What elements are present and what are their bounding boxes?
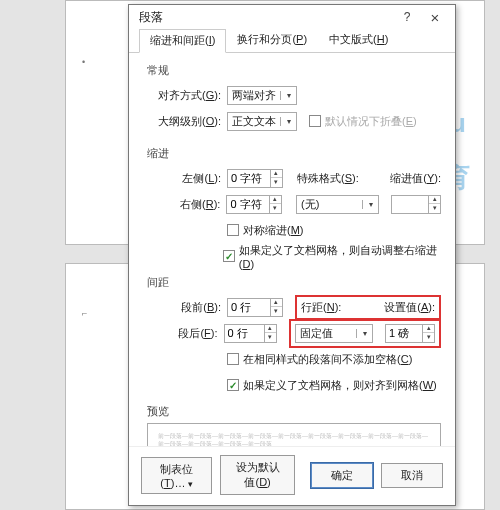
spin-up-icon[interactable]: ▴ <box>271 298 282 307</box>
ok-button[interactable]: 确定 <box>311 463 373 488</box>
indent-by-label: 缩进值(Y): <box>377 171 441 186</box>
spin-up-icon[interactable]: ▴ <box>270 195 281 204</box>
outline-label: 大纲级别(O): <box>147 114 221 129</box>
chevron-down-icon: ▾ <box>280 91 296 100</box>
space-before-spinner[interactable]: ▴▾ <box>227 298 283 317</box>
at-label: 设置值(A): <box>377 300 435 315</box>
close-button[interactable]: × <box>421 9 449 26</box>
tab-indent-spacing[interactable]: 缩进和间距(I) <box>139 29 226 53</box>
spin-down-icon[interactable]: ▾ <box>271 178 282 187</box>
line-spacing-label: 行距(N): <box>301 300 349 315</box>
paragraph-dialog: 段落 ? × 缩进和间距(I) 换行和分页(P) 中文版式(H) 常规 对齐方式… <box>128 4 456 506</box>
indent-by-spinner[interactable]: ▴▾ <box>391 195 441 214</box>
space-after-spinner[interactable]: ▴▾ <box>224 324 277 343</box>
spin-up-icon[interactable]: ▴ <box>423 324 434 333</box>
spin-up-icon[interactable]: ▴ <box>271 169 282 178</box>
preview-box: 前一段落—前一段落—前一段落—前一段落—前一段落—前一段落—前一段落—前一段落—… <box>147 423 441 446</box>
auto-adjust-right-indent-checkbox[interactable]: 如果定义了文档网格，则自动调整右缩进(D) <box>223 243 441 270</box>
titlebar: 段落 ? × <box>129 5 455 29</box>
chevron-down-icon: ▾ <box>356 329 372 338</box>
space-after-label: 段后(F): <box>147 326 218 341</box>
set-default-button[interactable]: 设为默认值(D) <box>220 455 295 495</box>
tab-strip: 缩进和间距(I) 换行和分页(P) 中文版式(H) <box>129 29 455 53</box>
tab-line-page-breaks[interactable]: 换行和分页(P) <box>226 28 318 52</box>
spin-up-icon[interactable]: ▴ <box>265 324 276 333</box>
indent-right-spinner[interactable]: ▴▾ <box>226 195 282 214</box>
tabs-button[interactable]: 制表位(T)… <box>141 457 212 494</box>
spin-down-icon[interactable]: ▾ <box>271 307 282 316</box>
chevron-down-icon: ▾ <box>362 200 378 209</box>
spin-down-icon[interactable]: ▾ <box>429 204 440 213</box>
cancel-button[interactable]: 取消 <box>381 463 443 488</box>
spin-down-icon[interactable]: ▾ <box>270 204 281 213</box>
at-spinner[interactable]: ▴▾ <box>385 324 435 343</box>
indent-left-label: 左侧(L): <box>147 171 221 186</box>
spin-down-icon[interactable]: ▾ <box>265 333 276 342</box>
help-button[interactable]: ? <box>393 10 421 24</box>
spin-up-icon[interactable]: ▴ <box>429 195 440 204</box>
section-preview: 预览 <box>147 404 441 419</box>
section-indent: 缩进 <box>147 146 441 161</box>
line-spacing-combo[interactable]: 固定值▾ <box>295 324 373 343</box>
line-spacing-highlight-row2: 固定值▾ ▴▾ <box>289 319 441 348</box>
alignment-label: 对齐方式(G): <box>147 88 221 103</box>
special-combo[interactable]: (无)▾ <box>296 195 379 214</box>
para-mark: • <box>82 57 85 67</box>
indent-left-spinner[interactable]: ▴▾ <box>227 169 283 188</box>
special-label: 特殊格式(S): <box>297 171 361 186</box>
collapse-checkbox: 默认情况下折叠(E) <box>309 114 417 129</box>
dialog-title: 段落 <box>139 9 393 26</box>
tab-asian-typography[interactable]: 中文版式(H) <box>318 28 399 52</box>
mirror-indent-checkbox[interactable]: 对称缩进(M) <box>227 223 304 238</box>
corner-mark: ⌐ <box>82 308 87 318</box>
chevron-down-icon: ▾ <box>280 117 296 126</box>
section-spacing: 间距 <box>147 275 441 290</box>
space-before-label: 段前(B): <box>147 300 221 315</box>
section-general: 常规 <box>147 63 441 78</box>
alignment-combo[interactable]: 两端对齐▾ <box>227 86 297 105</box>
spin-down-icon[interactable]: ▾ <box>423 333 434 342</box>
snap-to-grid-checkbox[interactable]: 如果定义了文档网格，则对齐到网格(W) <box>227 378 437 393</box>
outline-combo[interactable]: 正文文本▾ <box>227 112 297 131</box>
dialog-button-row: 制表位(T)… 设为默认值(D) 确定 取消 <box>129 446 455 505</box>
indent-right-label: 右侧(R): <box>147 197 220 212</box>
no-space-same-style-checkbox[interactable]: 在相同样式的段落间不添加空格(C) <box>227 352 412 367</box>
line-spacing-highlight: 行距(N): 设置值(A): <box>295 295 441 320</box>
